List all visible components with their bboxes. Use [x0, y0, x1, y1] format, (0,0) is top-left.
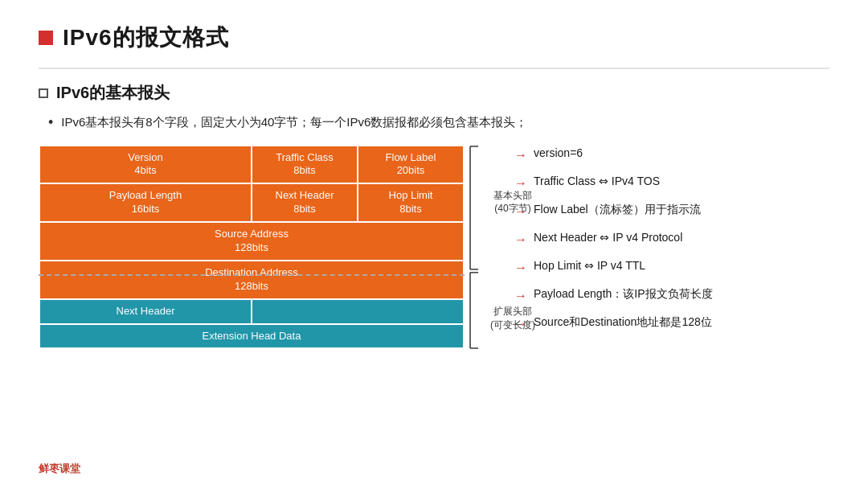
traffic-class-cell: Traffic Class8bits: [252, 146, 358, 184]
version-cell: Version4bits: [39, 146, 252, 184]
note-text-2: Traffic Class ⇔ IPv4 TOS: [534, 173, 660, 190]
content-area: Version4bits Traffic Class8bits Flow Lab…: [39, 145, 829, 350]
source-address-cell: Source Address128bits: [39, 222, 464, 261]
note-text-4: Next Header ⇔ IP v4 Protocol: [534, 229, 682, 246]
bullet-dot-icon: •: [48, 114, 53, 131]
note-item-5: → Hop Limit ⇔ IP v4 TTL: [514, 257, 829, 277]
diagram-outer: Version4bits Traffic Class8bits Flow Lab…: [39, 145, 465, 350]
table-row: Destination Address128bits: [39, 261, 464, 299]
note-item-7: → Source和Destination地址都是128位: [514, 314, 829, 334]
packet-diagram: Version4bits Traffic Class8bits Flow Lab…: [39, 145, 489, 350]
note-text-5: Hop Limit ⇔ IP v4 TTL: [534, 257, 645, 274]
blue-empty-cell: [252, 299, 464, 324]
bullet-text: IPv6基本报头有8个字段，固定大小为40字节；每一个IPv6数据报都必须包含基…: [61, 113, 527, 132]
note-item-3: → Flow Label（流标签）用于指示流: [514, 201, 829, 221]
payload-length-cell: Payload Length16bits: [39, 183, 252, 222]
note-text-7: Source和Destination地址都是128位: [534, 314, 712, 331]
note-text-6: Payload Length：该IP报文负荷长度: [534, 286, 713, 302]
title-divider: [39, 68, 829, 69]
bracket-basic-label: 基本头部(40字节): [477, 189, 549, 216]
flow-label-cell: Flow Label20bits: [358, 146, 464, 184]
section-heading: IPv6的基本报头: [39, 82, 829, 104]
destination-address-cell: Destination Address128bits: [39, 261, 464, 299]
extension-head-data-cell: Extension Head Data: [39, 324, 464, 349]
notes-area: → version=6 → Traffic Class ⇔ IPv4 TOS →…: [514, 145, 829, 350]
table-row: Version4bits Traffic Class8bits Flow Lab…: [39, 146, 464, 184]
hop-limit-cell: Hop Limit8bits: [358, 183, 464, 222]
next-header-blue-cell: Next Header: [39, 299, 252, 324]
note-item-6: → Payload Length：该IP报文负荷长度: [514, 286, 829, 306]
note-text-3: Flow Label（流标签）用于指示流: [534, 201, 701, 218]
dashed-separator: [39, 274, 465, 276]
note-item-2: → Traffic Class ⇔ IPv4 TOS: [514, 173, 829, 193]
bracket-ext-label: 扩展头部(可变长度): [477, 305, 549, 332]
note-item-1: → version=6: [514, 145, 829, 165]
slide: IPv6的报文格式 IPv6的基本报头 • IPv6基本报头有8个字段，固定大小…: [0, 0, 868, 489]
title-square-icon: [39, 31, 53, 45]
title-row: IPv6的报文格式: [39, 23, 829, 53]
table-row: Next Header: [39, 299, 464, 324]
table-row: Payload Length16bits Next Header8bits Ho…: [39, 183, 464, 222]
packet-table: Version4bits Traffic Class8bits Flow Lab…: [39, 145, 465, 350]
footer-brand: 鲜枣课堂: [39, 462, 80, 476]
table-row: Source Address128bits: [39, 222, 464, 261]
next-header-cell: Next Header8bits: [252, 183, 358, 222]
section-square-icon: [39, 88, 48, 98]
page-title: IPv6的报文格式: [63, 23, 229, 53]
table-row: Extension Head Data: [39, 324, 464, 349]
bullet-row: • IPv6基本报头有8个字段，固定大小为40字节；每一个IPv6数据报都必须包…: [39, 113, 829, 132]
note-item-4: → Next Header ⇔ IP v4 Protocol: [514, 229, 829, 249]
section-title: IPv6的基本报头: [56, 82, 170, 104]
